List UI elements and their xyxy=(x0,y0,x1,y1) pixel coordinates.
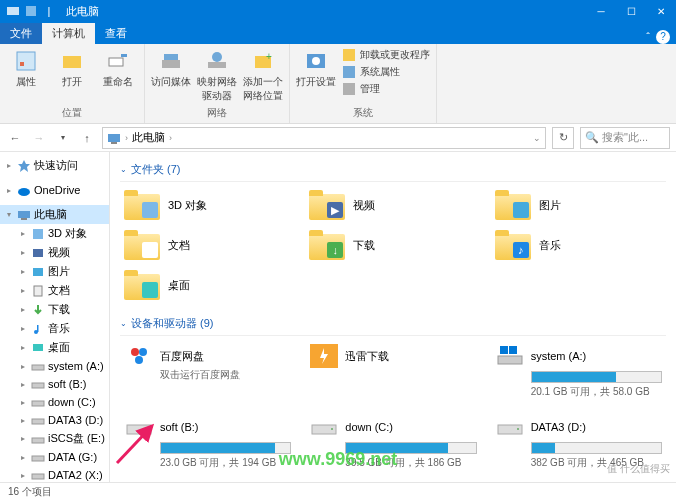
folder-item[interactable]: ↓下载 xyxy=(305,226,480,264)
expand-icon[interactable]: ▸ xyxy=(18,471,28,480)
expand-icon[interactable]: ▸ xyxy=(18,324,28,333)
drive-item[interactable]: 迅雷下载 xyxy=(305,340,480,403)
maximize-button[interactable]: ☐ xyxy=(616,0,646,22)
tab-computer[interactable]: 计算机 xyxy=(42,23,95,44)
expand-icon[interactable]: ▸ xyxy=(18,343,28,352)
drive-item[interactable]: DATA3 (D:)382 GB 可用，共 465 GB xyxy=(491,411,666,474)
tree-node-quick[interactable]: ▸快速访问 xyxy=(0,156,109,175)
svg-text:+: + xyxy=(266,51,272,62)
tab-file[interactable]: 文件 xyxy=(0,23,42,44)
drive-icon xyxy=(309,415,339,439)
expand-icon[interactable]: ▸ xyxy=(18,362,28,371)
refresh-button[interactable]: ↻ xyxy=(552,127,574,149)
expand-icon[interactable]: ▸ xyxy=(18,286,28,295)
tree-node-3d[interactable]: ▸3D 对象 xyxy=(0,224,109,243)
nav-up-button[interactable]: ↑ xyxy=(78,129,96,147)
ribbon-open[interactable]: 打开 xyxy=(52,47,92,104)
address-dropdown-icon[interactable]: ⌄ xyxy=(533,133,541,143)
qat-properties-icon[interactable] xyxy=(24,4,38,18)
navigation-tree[interactable]: ▸快速访问▸OneDrive▾此电脑▸3D 对象▸视频▸图片▸文档▸下载▸音乐▸… xyxy=(0,152,110,482)
expand-icon[interactable]: ▸ xyxy=(18,305,28,314)
nav-recent-button[interactable]: ▾ xyxy=(54,129,72,147)
expand-icon[interactable]: ▸ xyxy=(18,248,28,257)
tree-node-label: 下载 xyxy=(48,302,70,317)
star-icon xyxy=(17,159,31,173)
tree-node-data3D[interactable]: ▸DATA3 (D:) xyxy=(0,411,109,429)
folder-item[interactable]: 桌面 xyxy=(120,266,295,304)
close-button[interactable]: ✕ xyxy=(646,0,676,22)
breadcrumb-sep-icon[interactable]: › xyxy=(169,133,172,143)
drive-usage-text: 23.0 GB 可用，共 194 GB xyxy=(160,456,291,470)
expand-icon[interactable]: ▾ xyxy=(4,210,14,219)
expand-icon[interactable]: ▸ xyxy=(18,380,28,389)
drives-section-header[interactable]: ⌄ 设备和驱动器 (9) xyxy=(120,312,666,336)
tree-node-pic[interactable]: ▸图片 xyxy=(0,262,109,281)
uninstall-icon xyxy=(342,48,356,62)
tree-node-down[interactable]: ▸下载 xyxy=(0,300,109,319)
expand-icon[interactable]: ▸ xyxy=(18,229,28,238)
folder-item[interactable]: ▶视频 xyxy=(305,186,480,224)
tree-node-label: DATA (G:) xyxy=(48,451,97,463)
tree-node-data2X[interactable]: ▸DATA2 (X:) xyxy=(0,466,109,482)
tree-node-onedrive[interactable]: ▸OneDrive xyxy=(0,181,109,199)
svg-rect-16 xyxy=(343,66,355,78)
tree-node-music[interactable]: ▸音乐 xyxy=(0,319,109,338)
help-icon[interactable]: ? xyxy=(656,30,670,44)
expand-icon[interactable]: ▸ xyxy=(18,434,28,443)
tree-node-doc[interactable]: ▸文档 xyxy=(0,281,109,300)
svg-rect-3 xyxy=(20,62,24,66)
drive-item[interactable]: system (A:)20.1 GB 可用，共 58.0 GB xyxy=(491,340,666,403)
expand-icon[interactable]: ▸ xyxy=(4,161,14,170)
sys-props-icon xyxy=(342,65,356,79)
ribbon-properties[interactable]: 属性 xyxy=(6,47,46,104)
tree-node-dataG[interactable]: ▸DATA (G:) xyxy=(0,448,109,466)
folder-item[interactable]: 3D 对象 xyxy=(120,186,295,224)
drive-name: 百度网盘 xyxy=(160,349,204,364)
ribbon-add-network[interactable]: + 添加一个网络位置 xyxy=(243,47,283,104)
drive-item[interactable]: down (C:)39.5 GB 可用，共 186 GB xyxy=(305,411,480,474)
tree-node-iscsE[interactable]: ▸iSCS盘 (E:) xyxy=(0,429,109,448)
properties-icon xyxy=(14,49,38,73)
ribbon: 属性 打开 重命名 位置 访问媒体 映射网络驱动器 + xyxy=(0,44,676,124)
svg-rect-25 xyxy=(33,249,43,257)
expand-icon[interactable]: ▸ xyxy=(18,453,28,462)
folders-section-header[interactable]: ⌄ 文件夹 (7) xyxy=(120,158,666,182)
expand-icon[interactable]: ▸ xyxy=(4,186,14,195)
ribbon-access-media[interactable]: 访问媒体 xyxy=(151,47,191,104)
minimize-button[interactable]: ─ xyxy=(586,0,616,22)
tree-node-softB[interactable]: ▸soft (B:) xyxy=(0,375,109,393)
music-icon xyxy=(31,322,45,336)
address-input[interactable]: › 此电脑 › ⌄ xyxy=(102,127,546,149)
explorer-icon xyxy=(6,4,20,18)
expand-icon[interactable]: ▸ xyxy=(18,398,28,407)
tree-node-desktop[interactable]: ▸桌面 xyxy=(0,338,109,357)
drive-subtitle: 双击运行百度网盘 xyxy=(160,368,291,382)
svg-rect-44 xyxy=(498,356,522,364)
tree-node-sysA[interactable]: ▸system (A:) xyxy=(0,357,109,375)
expand-icon[interactable]: ▸ xyxy=(18,416,28,425)
folder-item[interactable]: 文档 xyxy=(120,226,295,264)
tree-node-video[interactable]: ▸视频 xyxy=(0,243,109,262)
nav-back-button[interactable]: ← xyxy=(6,129,24,147)
ribbon-open-settings[interactable]: 打开设置 xyxy=(296,47,336,104)
folder-item[interactable]: ♪音乐 xyxy=(491,226,666,264)
ribbon-sys-props[interactable]: 系统属性 xyxy=(342,64,430,80)
drive-item[interactable]: soft (B:)23.0 GB 可用，共 194 GB xyxy=(120,411,295,474)
map-drive-icon xyxy=(205,49,229,73)
ribbon-uninstall[interactable]: 卸载或更改程序 xyxy=(342,47,430,63)
tree-node-downC[interactable]: ▸down (C:) xyxy=(0,393,109,411)
breadcrumb-sep-icon[interactable]: › xyxy=(125,133,128,143)
breadcrumb-thispc[interactable]: 此电脑 xyxy=(132,130,165,145)
ribbon-manage[interactable]: 管理 xyxy=(342,81,430,97)
drive-item[interactable]: 百度网盘双击运行百度网盘 xyxy=(120,340,295,403)
ribbon-rename[interactable]: 重命名 xyxy=(98,47,138,104)
tab-view[interactable]: 查看 xyxy=(95,23,137,44)
ribbon-map-drive[interactable]: 映射网络驱动器 xyxy=(197,47,237,104)
tree-node-label: DATA3 (D:) xyxy=(48,414,103,426)
search-input[interactable]: 🔍 搜索"此... xyxy=(580,127,670,149)
ribbon-collapse-icon[interactable]: ˆ xyxy=(646,31,650,43)
nav-forward-button[interactable]: → xyxy=(30,129,48,147)
tree-node-thispc[interactable]: ▾此电脑 xyxy=(0,205,109,224)
folder-item[interactable]: 图片 xyxy=(491,186,666,224)
expand-icon[interactable]: ▸ xyxy=(18,267,28,276)
